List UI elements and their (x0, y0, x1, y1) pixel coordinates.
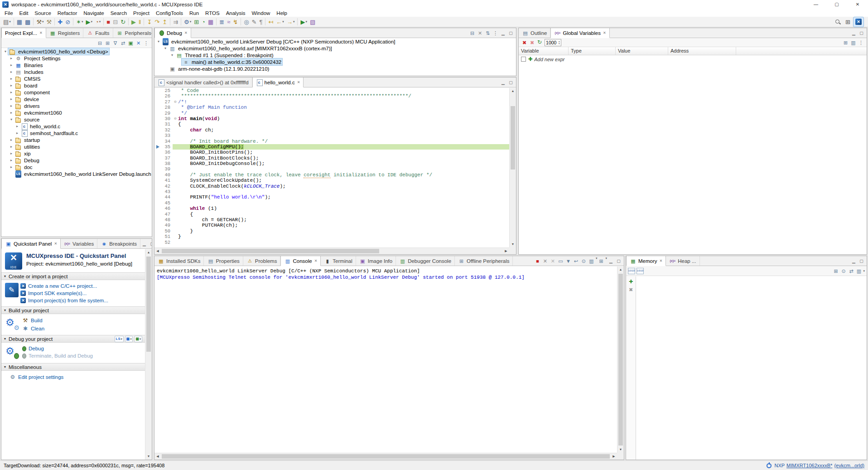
editor-vertical-scrollbar[interactable]: ▲ ▼ (509, 88, 516, 247)
tree-expander-icon[interactable]: ▸ (9, 138, 14, 142)
code-line[interactable]: 48 ch = GETCHAR(); (154, 217, 509, 223)
refresh-interval-spinner[interactable]: 1000 (545, 39, 561, 46)
editor-horizontal-scrollbar[interactable]: ◀ ▶ (154, 247, 509, 254)
code-line[interactable]: 25 * Code (154, 88, 509, 93)
add-expression-label[interactable]: Add new expr (534, 57, 564, 62)
console-horizontal-scrollbar[interactable]: ◀ ▶ (154, 453, 617, 460)
view-menu-button[interactable]: ⋮ (492, 29, 499, 38)
project-tree-item[interactable]: ▸▤Includes (1, 68, 152, 75)
code-line[interactable]: 28 * @brief Main function (154, 105, 509, 110)
filter-button[interactable]: ∇ (111, 39, 119, 48)
add-memory-monitor-button[interactable]: ✚ (629, 279, 633, 284)
link-memory-rendering-button[interactable]: ⇄ (847, 266, 855, 276)
step-into-button[interactable]: ↧ (145, 17, 153, 27)
tree-expander-icon[interactable]: ▸ (9, 83, 14, 87)
project-tree-item[interactable]: evkcmimxrt1060_hello_world LinkServer De… (1, 170, 152, 177)
menu-project[interactable]: Project (130, 10, 153, 16)
debug-tree-item[interactable]: ▣arm-none-eabi-gdb (12.1.90.20221210) (154, 65, 516, 72)
tree-expander-icon[interactable]: ▾ (156, 39, 161, 44)
close-tab-icon[interactable]: ✕ (184, 31, 188, 35)
tab-hello-world-c[interactable]: hello_world.c✕ (252, 78, 304, 87)
quickstart-vertical-scrollbar[interactable]: ▲ ▼ (145, 249, 152, 460)
resume-button[interactable]: ▶ (130, 17, 137, 27)
link-with-editor-button[interactable]: ⇄ (119, 39, 127, 48)
build-button[interactable]: ⚒▾ (35, 17, 45, 27)
collapse-all-button[interactable]: ⊟ (468, 29, 476, 38)
menu-analysis[interactable]: Analysis (223, 10, 249, 16)
open-element-button[interactable]: ◎ (242, 17, 250, 27)
console-output[interactable]: evkcmimxrt1060_hello_world LinkServer De… (154, 266, 617, 453)
config-tools-button[interactable]: ⚙▾ (183, 17, 193, 27)
project-tree-item[interactable]: ▸device (1, 96, 152, 102)
suspend-button[interactable]: ‖ (137, 17, 142, 27)
profile-button[interactable]: ◔▾ (94, 17, 102, 27)
tree-expander-icon[interactable]: ▾ (9, 117, 14, 121)
tab-peripherals[interactable]: ⊞Peripherals+ (113, 28, 152, 38)
view-menu-button[interactable]: ⋮ (142, 39, 150, 48)
debug-tree-item[interactable]: ≡main() at hello_world.c:35 0x60002432 (154, 58, 516, 65)
new-memory-view-button[interactable]: ⊞ (832, 266, 839, 276)
tab-heap[interactable]: (x)=Heap ... (666, 256, 699, 266)
project-tree-item[interactable]: ▸doc (1, 164, 152, 170)
minimize-view-button[interactable] (850, 257, 858, 266)
device-link[interactable]: MIMXRT1062xxxxB* (786, 463, 832, 468)
save-all-button[interactable]: ▩ (24, 17, 32, 27)
project-tree-item[interactable]: ▸xip (1, 150, 152, 157)
code-area[interactable]: 25 * Code26 ****************************… (154, 88, 509, 247)
terminate-console-button[interactable]: ■ (534, 257, 541, 266)
quickstart-section-build-your-project[interactable]: ▾Build your project (1, 306, 145, 314)
last-edit-location-button[interactable]: ↤ (267, 17, 275, 27)
project-tree-item[interactable]: ▸evkcmimxrt1060 (1, 109, 152, 116)
minimize-view-button[interactable] (140, 239, 148, 248)
section-collapse-icon[interactable]: ▾ (4, 308, 6, 312)
tree-expander-icon[interactable]: ▸ (9, 77, 14, 81)
quickstart-section-debug-your-project[interactable]: ▾Debug your projectLS▾▦▾▦▾ (1, 335, 145, 343)
column-header-value[interactable]: Value (616, 47, 668, 55)
debug-tree-item[interactable]: ▾evkcmimxrt1060_hello_world LinkServer D… (154, 38, 516, 45)
code-line[interactable]: 50 } (154, 228, 509, 234)
pin-memory-button[interactable]: ⊙ (839, 266, 847, 276)
tree-expander-icon[interactable]: ▸ (9, 111, 14, 115)
tab-terminal[interactable]: ▮Terminal (321, 256, 356, 266)
tab-quickstart-panel[interactable]: ▣Quickstart Panel✕ (1, 239, 61, 249)
search-button[interactable] (834, 17, 842, 27)
code-line[interactable]: 42 CLOCK_EnableClock(kCLOCK_Trace); (154, 184, 509, 189)
close-tab-icon[interactable]: ✕ (603, 31, 606, 35)
project-tree-item[interactable]: ▸utilities (1, 143, 152, 150)
code-line[interactable]: 38 BOARD_InitDebugConsole(); (154, 161, 509, 166)
quickstart-link-import-sdk-example-s[interactable]: Import SDK example(s)... (20, 291, 108, 296)
project-tree-item[interactable]: ▸component (1, 89, 152, 96)
close-tab-icon[interactable]: ✕ (39, 31, 43, 35)
quickstart-section-create-or-import-a-project[interactable]: ▾Create or import a project (1, 272, 145, 280)
code-line[interactable]: 33 (154, 133, 509, 138)
external-tools-button[interactable]: ▶▾ (299, 17, 309, 27)
scroll-thumb[interactable] (162, 454, 610, 459)
tree-expander-icon[interactable]: ▸ (9, 104, 14, 108)
scroll-thumb[interactable] (511, 106, 515, 170)
menu-refactor[interactable]: Refactor (54, 10, 80, 16)
view-menu-button[interactable]: ⋮ (857, 38, 865, 47)
remove-all-terminated-button[interactable]: ✕ (476, 29, 484, 38)
refresh-globals-button[interactable]: ↻ (536, 38, 543, 47)
code-line[interactable]: 34 /* Init board hardware. */ (154, 139, 509, 144)
menu-help[interactable]: Help (273, 10, 290, 16)
code-line[interactable]: 37 BOARD_InitBootClocks(); (154, 155, 509, 161)
code-line[interactable]: 30⊖int main(void) (154, 116, 509, 121)
tree-expander-icon[interactable]: ▸ (9, 97, 14, 101)
code-line[interactable]: 51} (154, 234, 509, 239)
power-icon[interactable] (767, 463, 772, 468)
code-line[interactable]: 46 while (1) (154, 206, 509, 211)
tab-project-explorer[interactable]: Project Expl...✕ (1, 28, 46, 38)
quickstart-link-build[interactable]: ⚒Build (22, 317, 44, 324)
forward-button[interactable]: →▾ (285, 17, 296, 27)
tab-installed-sdks[interactable]: ▦Installed SDKs (154, 256, 204, 266)
pins-tool-button[interactable]: ⊞ (193, 17, 200, 27)
code-line[interactable]: 32 char ch; (154, 127, 509, 133)
add-global-variable-button[interactable]: ⊞ (842, 38, 849, 47)
close-tab-icon[interactable]: ✕ (314, 259, 318, 263)
code-line[interactable]: 40 /* Just enable the trace clock, leave… (154, 172, 509, 178)
maximize-view-button[interactable] (507, 29, 515, 38)
back-button[interactable]: ←▾ (275, 17, 285, 27)
menu-file[interactable]: File (1, 10, 16, 16)
tree-expander-icon[interactable]: ▸ (14, 124, 20, 128)
